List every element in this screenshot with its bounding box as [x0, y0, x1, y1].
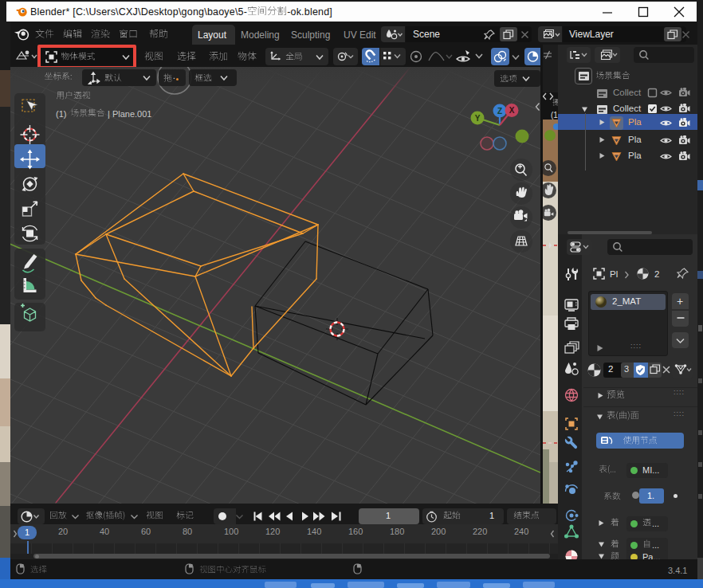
svg-text:X: X — [509, 106, 515, 115]
svg-text:Y: Y — [475, 114, 481, 123]
svg-text:Z: Z — [497, 107, 502, 116]
